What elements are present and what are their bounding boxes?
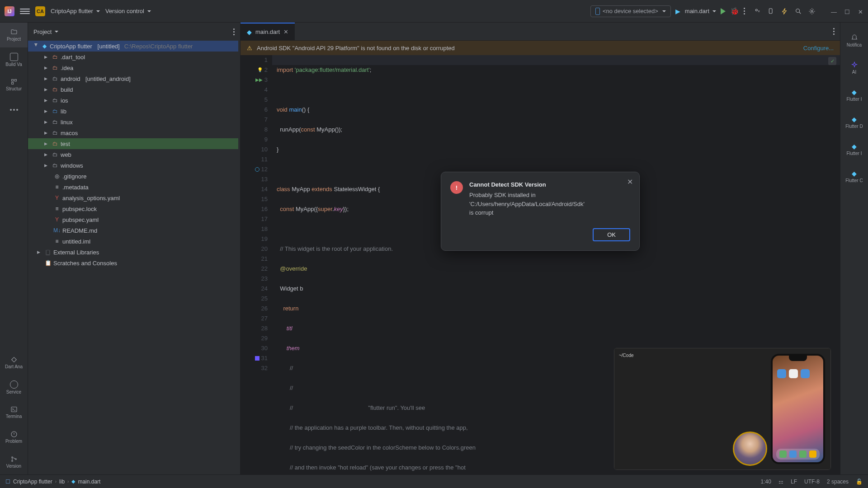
rail-ai[interactable]: AI	[840, 54, 868, 81]
tree-folder[interactable]: ▶🗀build	[28, 84, 238, 95]
file-icon: ≡	[53, 238, 61, 244]
cursor-position[interactable]: 1:40	[761, 479, 771, 485]
rail-flutter-inspector[interactable]: ◆ Flutter I	[840, 81, 868, 108]
tab-options[interactable]	[833, 28, 835, 35]
structure-icon	[10, 78, 18, 85]
tree-file[interactable]: ≡untitled.iml	[28, 236, 238, 247]
ai-icon	[851, 61, 858, 69]
updates-icon[interactable]	[768, 8, 775, 15]
breadcrumb[interactable]: ☐ CriptoApp flutter › lib › ◆ main.dart	[5, 479, 100, 485]
tree-external-libs[interactable]: ▶🀆External Libraries	[28, 247, 238, 258]
rail-flutter-devtools[interactable]: ◆ Flutter D	[840, 108, 868, 136]
tree-folder[interactable]: ▶🗀linux	[28, 117, 238, 127]
device-selector[interactable]: <no device selected>	[590, 5, 671, 17]
project-dropdown[interactable]: CriptoApp flutter	[51, 8, 100, 14]
folder-icon: 🗀	[52, 108, 59, 114]
project-view-dropdown[interactable]: Project	[33, 28, 58, 35]
rail-services[interactable]: Service	[0, 375, 28, 400]
run-button[interactable]	[721, 8, 726, 14]
dart-file-icon: ◆	[247, 28, 252, 36]
ok-button[interactable]: OK	[593, 228, 630, 241]
tree-folder[interactable]: ▶🗀macos	[28, 127, 238, 138]
tree-file[interactable]: Yanalysis_options.yaml	[28, 192, 238, 203]
rail-version-control[interactable]: Version	[0, 450, 28, 474]
rail-structure[interactable]: Structur	[0, 72, 28, 97]
debug-button[interactable]: 🐞	[730, 7, 739, 15]
rail-project[interactable]: Project	[0, 23, 28, 47]
file-encoding[interactable]: UTF-8	[804, 479, 820, 485]
dialog-message: Probably SDK installed in 'C:/Users/henr…	[469, 191, 585, 217]
error-dialog: ✕ ! Cannot Detect SDK Version Probably S…	[441, 172, 640, 251]
editor-tab[interactable]: ◆ main.dart ✕	[241, 23, 295, 40]
rail-notifications[interactable]: Notifica	[840, 27, 868, 54]
more-run-options[interactable]	[744, 8, 745, 14]
rail-flutter-inspector-2[interactable]: ◆ Flutter I	[840, 136, 868, 163]
bell-icon	[851, 34, 858, 42]
search-icon[interactable]	[795, 8, 802, 15]
minimize-button[interactable]: —	[831, 9, 836, 14]
maximize-button[interactable]: ☐	[844, 9, 850, 14]
ide-logo-icon[interactable]: IJ	[5, 6, 14, 16]
tree-folder[interactable]: ▶🗀.idea	[28, 62, 238, 73]
tree-folder[interactable]: ▶🗀test	[28, 138, 238, 149]
bulb-icon[interactable]: 💡	[257, 65, 263, 75]
run-gutter-icon[interactable]: ▶▶	[255, 75, 263, 85]
inspection-status-icon[interactable]: ✓	[828, 57, 836, 65]
project-panel-options[interactable]	[233, 28, 235, 35]
run-config-dropdown[interactable]: main.dart	[685, 8, 716, 14]
override-gutter-icon[interactable]	[255, 167, 259, 172]
tree-file[interactable]: Ypubspec.yaml	[28, 214, 238, 225]
picture-in-picture-overlay[interactable]: ~/Code	[614, 348, 831, 470]
rail-dart-analysis[interactable]: Dart Ana	[0, 350, 28, 375]
version-control-dropdown[interactable]: Version control	[105, 8, 151, 14]
indent-settings[interactable]: 2 spaces	[827, 479, 849, 485]
tree-scratches[interactable]: 📋Scratches and Consoles	[28, 258, 238, 268]
settings-icon[interactable]	[808, 8, 816, 15]
rail-flutter-outline[interactable]: ◆ Flutter C	[840, 163, 868, 190]
warning-text: Android SDK "Android API 29 Platform" is…	[257, 45, 799, 52]
git-icon	[10, 455, 18, 463]
project-badge-icon: CA	[35, 6, 45, 16]
status-icon[interactable]: ⚏	[778, 479, 783, 485]
rail-more[interactable]	[0, 97, 28, 122]
tree-folder[interactable]: ▶🗀lib	[28, 106, 238, 117]
rail-build-variants[interactable]: Build Va	[0, 47, 28, 72]
main-menu-icon[interactable]	[20, 6, 30, 16]
right-tool-rail: Notifica AI ◆ Flutter I ◆ Flutter D ◆ Fl…	[840, 23, 868, 474]
dialog-close-icon[interactable]: ✕	[627, 178, 633, 186]
lightning-icon[interactable]	[781, 8, 788, 15]
tree-folder[interactable]: ▶🗀ios	[28, 95, 238, 106]
warning-icon: ⚠	[247, 45, 252, 52]
flutter-icon: ▶	[675, 8, 680, 15]
tree-file[interactable]: ◎.gitignore	[28, 171, 238, 182]
tree-file[interactable]: ≡.metadata	[28, 182, 238, 192]
folder-icon: 🗀	[52, 65, 59, 71]
tree-folder[interactable]: ▶🗀android [untitled_android]	[28, 73, 238, 84]
scratches-icon: 📋	[44, 260, 52, 266]
tree-folder[interactable]: ▶🗀web	[28, 149, 238, 160]
tree-root[interactable]: ▶ ◆ CriptoApp flutter [untitled] C:\Repo…	[28, 41, 238, 52]
configure-link[interactable]: Configure...	[803, 45, 834, 52]
readonly-toggle-icon[interactable]: 🔓	[856, 479, 863, 485]
tree-folder[interactable]: ▶🗀.dart_tool	[28, 52, 238, 62]
tree-file[interactable]: M↓README.md	[28, 225, 238, 236]
markdown-icon: M↓	[53, 227, 61, 234]
code-with-me-icon[interactable]	[754, 8, 761, 15]
tree-folder[interactable]: ▶🗀windows	[28, 160, 238, 171]
pip-label: ~/Code	[619, 353, 634, 358]
close-button[interactable]: ✕	[858, 9, 863, 14]
tab-close-icon[interactable]: ✕	[283, 28, 288, 35]
folder-icon: 🗀	[52, 54, 59, 60]
rail-problems[interactable]: Problem	[0, 425, 28, 450]
svg-point-2	[796, 9, 800, 12]
terminal-icon	[10, 406, 18, 413]
color-swatch-icon[interactable]	[255, 356, 259, 361]
chevron-icon[interactable]: ▶	[34, 43, 38, 49]
project-tree[interactable]: ▶ ◆ CriptoApp flutter [untitled] C:\Repo…	[28, 41, 240, 474]
gutter[interactable]: 1 💡2 ▶▶3 4 5 6 7 8 9 10 11 12 13 14 15 1…	[241, 55, 272, 474]
svg-point-3	[811, 10, 813, 12]
tree-file[interactable]: ≡pubspec.lock	[28, 203, 238, 214]
rail-terminal[interactable]: Termina	[0, 400, 28, 425]
line-separator[interactable]: LF	[791, 479, 797, 485]
phone-icon	[595, 8, 600, 15]
